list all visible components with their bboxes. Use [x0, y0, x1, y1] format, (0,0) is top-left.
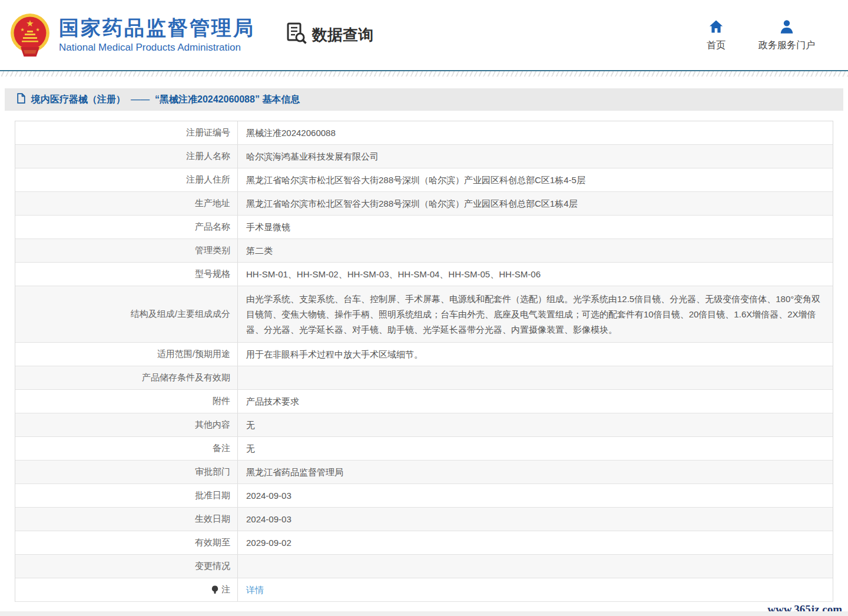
row-label: 批准日期: [195, 490, 230, 501]
row-label-cell: 型号规格: [15, 263, 238, 286]
page: ★ ★ ★ 国家药品监督管理局 National Medical Product…: [0, 0, 848, 616]
brand-title-cn: 国家药品监督管理局: [59, 16, 255, 39]
row-label-cell: 注册人名称: [15, 145, 238, 168]
row-label: 管理类别: [195, 245, 230, 256]
row-value: 黑龙江省哈尔滨市松北区智谷大街288号深圳（哈尔滨）产业园区科创总部C区1栋4层: [246, 196, 826, 211]
table-row: 结构及组成/主要组成成分由光学系统、支架系统、台车、控制屏、手术屏幕、电源线和配…: [15, 286, 833, 343]
row-value-cell: 无: [238, 437, 833, 460]
row-label-cell: 生产地址: [15, 192, 238, 215]
data-query-section[interactable]: 数据查询: [286, 22, 373, 48]
row-label: 附件: [213, 396, 230, 407]
table-row: 备注无: [15, 437, 833, 461]
table-row: 产品储存条件及有效期: [15, 366, 833, 390]
table-row: 产品名称手术显微镜: [15, 216, 833, 239]
row-value-cell: 黑械注准20242060088: [238, 121, 833, 144]
breadcrumb-detail: “黑械注准20242060088” 基本信息: [155, 94, 300, 106]
data-query-label: 数据查询: [312, 25, 373, 45]
table-row: 注册人名称哈尔滨海鸿基业科技发展有限公司: [15, 145, 833, 168]
bulb-icon: [211, 585, 218, 594]
nav-item-home[interactable]: 首页: [707, 19, 726, 52]
document-icon: [16, 93, 26, 106]
document-search-icon: [286, 22, 307, 48]
table-row: 注册人住所黑龙江省哈尔滨市松北区智谷大街288号深圳（哈尔滨）产业园区科创总部C…: [15, 168, 833, 192]
row-value-cell: 详情: [238, 578, 833, 601]
row-label: 注: [221, 584, 230, 595]
row-label: 审批部门: [195, 466, 230, 478]
row-label-cell: 结构及组成/主要组成成分: [15, 286, 238, 342]
row-label: 型号规格: [195, 269, 230, 280]
row-label-cell: 其他内容: [15, 413, 238, 436]
detail-link[interactable]: 详情: [246, 582, 264, 598]
row-label: 产品储存条件及有效期: [142, 372, 230, 383]
row-label-cell: 审批部门: [15, 461, 238, 483]
header-nav: 首页 政务服务门户: [707, 19, 815, 52]
row-value: 哈尔滨海鸿基业科技发展有限公司: [246, 149, 826, 164]
row-label-cell: 管理类别: [15, 239, 238, 262]
row-label: 注册人住所: [186, 174, 230, 186]
table-row: 有效期至2029-09-02: [15, 531, 833, 555]
row-value-cell: 2029-09-02: [238, 531, 833, 554]
nmpa-emblem-icon: ★ ★ ★: [9, 11, 51, 59]
row-value-cell: [238, 555, 833, 578]
row-value: 黑械注准20242060088: [246, 125, 826, 141]
row-value: 2024-09-03: [246, 488, 826, 504]
row-value: 黑龙江省哈尔滨市松北区智谷大街288号深圳（哈尔滨）产业园区科创总部C区1栋4-…: [246, 173, 826, 188]
row-value: 由光学系统、支架系统、台车、控制屏、手术屏幕、电源线和配套件（选配）组成。光学系…: [246, 292, 826, 337]
table-row: 适用范围/预期用途用于在非眼科手术过程中放大手术区域细节。: [15, 343, 833, 366]
row-label-cell: 有效期至: [15, 531, 238, 554]
row-label-cell: 注: [15, 578, 238, 601]
row-label: 结构及组成/主要组成成分: [131, 309, 230, 320]
row-label: 其他内容: [195, 419, 230, 430]
table-row: 生产地址黑龙江省哈尔滨市松北区智谷大街288号深圳（哈尔滨）产业园区科创总部C区…: [15, 192, 833, 216]
nav-home-label: 首页: [707, 39, 726, 52]
home-icon: [708, 19, 724, 37]
row-value-cell: 哈尔滨海鸿基业科技发展有限公司: [238, 145, 833, 168]
brand-title-en: National Medical Products Administration: [59, 42, 255, 54]
row-value: HH-SM-01、HH-SM-02、HH-SM-03、HH-SM-04、HH-S…: [246, 267, 826, 282]
row-label-cell: 附件: [15, 390, 238, 413]
row-value-cell: 用于在非眼科手术过程中放大手术区域细节。: [238, 343, 833, 366]
row-label-cell: 注册人住所: [15, 168, 238, 191]
table-row: 其他内容无: [15, 413, 833, 437]
row-label: 注册人名称: [186, 151, 230, 162]
header-stripe-band: [0, 71, 848, 77]
row-label-cell: 适用范围/预期用途: [15, 343, 238, 366]
breadcrumb: 境内医疗器械（注册） —— “黑械注准20242060088” 基本信息: [5, 88, 843, 111]
row-value-cell: 2024-09-03: [238, 508, 833, 531]
row-value-cell: 黑龙江省哈尔滨市松北区智谷大街288号深圳（哈尔滨）产业园区科创总部C区1栋4层: [238, 192, 833, 215]
table-row: 审批部门黑龙江省药品监督管理局: [15, 461, 833, 484]
row-value: 手术显微镜: [246, 220, 826, 235]
row-value-cell: 产品技术要求: [238, 390, 833, 413]
row-label: 适用范围/预期用途: [157, 349, 230, 360]
bottom-band: [0, 611, 848, 616]
row-label: 生效日期: [195, 514, 230, 525]
row-value: 2024-09-03: [246, 512, 826, 527]
table-row: 型号规格HH-SM-01、HH-SM-02、HH-SM-03、HH-SM-04、…: [15, 263, 833, 286]
row-value: 用于在非眼科手术过程中放大手术区域细节。: [246, 347, 826, 362]
table-row: 生效日期2024-09-03: [15, 508, 833, 531]
row-value-cell: 无: [238, 413, 833, 436]
table-row: 批准日期2024-09-03: [15, 484, 833, 508]
breadcrumb-separator: ——: [131, 94, 150, 105]
table-row: 注详情: [15, 578, 833, 602]
row-label: 注册证编号: [186, 127, 230, 138]
nav-item-portal[interactable]: 政务服务门户: [758, 19, 815, 52]
row-value-cell: HH-SM-01、HH-SM-02、HH-SM-03、HH-SM-04、HH-S…: [238, 263, 833, 286]
row-label-cell: 注册证编号: [15, 121, 238, 144]
row-value-cell: 第二类: [238, 239, 833, 262]
row-value-cell: [238, 366, 833, 389]
row-label-cell: 变更情况: [15, 555, 238, 578]
row-value-cell: 黑龙江省药品监督管理局: [238, 461, 833, 483]
row-label-cell: 备注: [15, 437, 238, 460]
row-value: 无: [246, 418, 826, 433]
row-label: 变更情况: [195, 561, 230, 572]
nmpa-logo[interactable]: ★ ★ ★ 国家药品监督管理局 National Medical Product…: [9, 11, 255, 59]
breadcrumb-category: 境内医疗器械（注册）: [31, 94, 125, 106]
row-value: 2029-09-02: [246, 535, 826, 551]
row-label-cell: 批准日期: [15, 484, 238, 507]
row-label: 产品名称: [195, 221, 230, 233]
table-row: 变更情况: [15, 555, 833, 578]
user-icon: [779, 19, 795, 37]
nav-portal-label: 政务服务门户: [758, 39, 815, 52]
svg-text:★: ★: [35, 27, 39, 32]
